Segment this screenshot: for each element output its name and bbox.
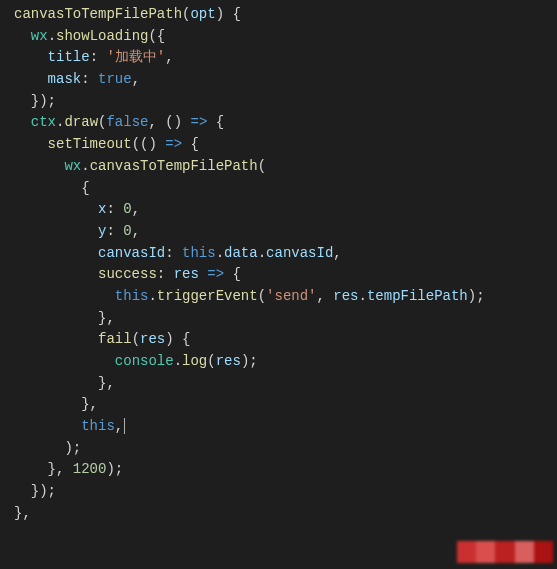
code-token: {	[207, 114, 224, 130]
code-line[interactable]: x: 0,	[14, 199, 557, 221]
code-line[interactable]: fail(res) {	[14, 329, 557, 351]
code-token: true	[98, 71, 132, 87]
code-token: .	[258, 245, 266, 261]
code-token: .	[359, 288, 367, 304]
code-token: res	[333, 288, 358, 304]
code-content[interactable]: canvasToTempFilePath(opt) { wx.showLoadi…	[14, 4, 557, 525]
code-token: :	[106, 201, 123, 217]
code-token: {	[14, 180, 90, 196]
code-line[interactable]: },	[14, 308, 557, 330]
code-token: , ()	[148, 114, 190, 130]
code-token: ctx	[31, 114, 56, 130]
code-line[interactable]: title: '加载中',	[14, 47, 557, 69]
code-line[interactable]: this.triggerEvent('send', res.tempFilePa…	[14, 286, 557, 308]
code-line[interactable]: y: 0,	[14, 221, 557, 243]
code-token: res	[140, 331, 165, 347]
code-token: canvasToTempFilePath	[14, 6, 182, 22]
code-token: );	[241, 353, 258, 369]
code-token: },	[14, 505, 31, 521]
code-line[interactable]: }, 1200);	[14, 459, 557, 481]
code-token: (()	[132, 136, 166, 152]
code-token	[14, 353, 115, 369]
code-token: 'send'	[266, 288, 316, 304]
code-line[interactable]: },	[14, 503, 557, 525]
code-token: },	[14, 375, 115, 391]
code-line[interactable]: console.log(res);	[14, 351, 557, 373]
code-line[interactable]: wx.showLoading({	[14, 26, 557, 48]
text-cursor	[124, 418, 125, 434]
code-token: {	[224, 6, 241, 22]
code-token: (	[258, 158, 266, 174]
code-token: :	[165, 245, 182, 261]
code-token: log	[182, 353, 207, 369]
code-token: fail	[98, 331, 132, 347]
code-token: title	[48, 49, 90, 65]
code-token	[14, 266, 98, 282]
code-token: wx	[31, 28, 48, 44]
code-line[interactable]: {	[14, 178, 557, 200]
code-token: res	[174, 266, 199, 282]
code-token: console	[115, 353, 174, 369]
code-token	[14, 136, 48, 152]
code-token: this	[115, 288, 149, 304]
code-token: )	[216, 6, 224, 22]
code-token: :	[157, 266, 174, 282]
code-token: {	[182, 136, 199, 152]
code-line[interactable]: );	[14, 438, 557, 460]
code-line[interactable]: },	[14, 394, 557, 416]
code-token: ,	[333, 245, 341, 261]
code-token: draw	[64, 114, 98, 130]
code-token	[14, 49, 48, 65]
code-token	[14, 71, 48, 87]
code-token: canvasToTempFilePath	[90, 158, 258, 174]
code-token: '加载中'	[106, 49, 165, 65]
code-token: canvasId	[266, 245, 333, 261]
code-token: =>	[165, 136, 182, 152]
code-token: :	[106, 223, 123, 239]
code-token: data	[224, 245, 258, 261]
code-token: ,	[132, 201, 140, 217]
code-token: );	[468, 288, 485, 304]
code-token: (	[132, 331, 140, 347]
code-line[interactable]: });	[14, 91, 557, 113]
code-token: opt	[190, 6, 215, 22]
code-line[interactable]: setTimeout(() => {	[14, 134, 557, 156]
code-token: .	[148, 288, 156, 304]
code-token: .	[48, 28, 56, 44]
code-token: .	[174, 353, 182, 369]
code-line[interactable]: canvasToTempFilePath(opt) {	[14, 4, 557, 26]
code-token: mask	[48, 71, 82, 87]
code-token: showLoading	[56, 28, 148, 44]
code-token	[14, 418, 81, 434]
code-line[interactable]: });	[14, 481, 557, 503]
code-line[interactable]: this,	[14, 416, 557, 438]
code-token: );	[106, 461, 123, 477]
code-line[interactable]: success: res => {	[14, 264, 557, 286]
code-token: .	[216, 245, 224, 261]
code-token: 1200	[73, 461, 107, 477]
code-token: 0	[123, 223, 131, 239]
code-token: ,	[317, 288, 334, 304]
code-editor[interactable]: canvasToTempFilePath(opt) { wx.showLoadi…	[0, 0, 557, 529]
code-token: canvasId	[98, 245, 165, 261]
code-token: res	[216, 353, 241, 369]
code-token: :	[90, 49, 107, 65]
code-token: ,	[165, 49, 173, 65]
code-line[interactable]: canvasId: this.data.canvasId,	[14, 243, 557, 265]
code-token	[14, 114, 31, 130]
code-line[interactable]: ctx.draw(false, () => {	[14, 112, 557, 134]
code-line[interactable]: wx.canvasToTempFilePath(	[14, 156, 557, 178]
code-line[interactable]: },	[14, 373, 557, 395]
code-token: tempFilePath	[367, 288, 468, 304]
code-token: (	[258, 288, 266, 304]
code-token: :	[81, 71, 98, 87]
code-line[interactable]: mask: true,	[14, 69, 557, 91]
code-token: ,	[115, 418, 123, 434]
code-token: this	[81, 418, 115, 434]
code-token: ) {	[165, 331, 190, 347]
code-token: });	[14, 483, 56, 499]
code-token: },	[14, 396, 98, 412]
code-token: });	[14, 93, 56, 109]
code-token: },	[14, 461, 73, 477]
code-token: =>	[190, 114, 207, 130]
